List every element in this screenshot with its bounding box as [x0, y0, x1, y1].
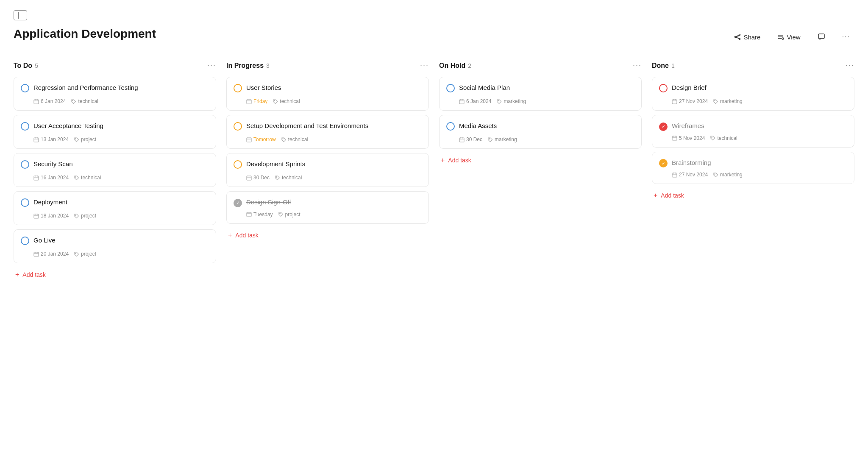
tag-icon: [713, 172, 718, 178]
task-title-t3: Security Scan: [33, 159, 73, 168]
column-onhold: On Hold 2 ··· Social Media Plan 6 Jan 20…: [439, 61, 642, 167]
column-menu-onhold[interactable]: ···: [633, 61, 642, 70]
status-circle-blue-icon: [21, 237, 29, 245]
card-t2[interactable]: User Acceptance Testing 13 Jan 2024 proj…: [14, 115, 216, 149]
task-tag-p4: project: [278, 212, 300, 217]
add-task-button-todo[interactable]: + Add task: [14, 267, 47, 282]
plus-icon: +: [654, 192, 657, 199]
svg-point-51: [276, 176, 277, 177]
card-p2[interactable]: Setup Development and Test Environments …: [226, 115, 429, 149]
card-p3[interactable]: Development Sprints 30 Dec technical: [226, 153, 429, 187]
svg-point-31: [75, 214, 76, 215]
task-title-t5: Go Live: [33, 236, 56, 245]
task-status-icon-p2: [234, 122, 242, 132]
task-tag-t2: project: [74, 136, 96, 142]
task-title-t4: Deployment: [33, 198, 67, 206]
task-status-icon-d2: ✓: [659, 122, 668, 131]
task-tag-d2: technical: [710, 135, 737, 141]
status-circle-orange-icon: [234, 84, 242, 92]
status-circle-orange-icon: [234, 122, 242, 131]
column-menu-todo[interactable]: ···: [207, 61, 216, 70]
more-options-button[interactable]: ···: [838, 31, 854, 43]
card-p4[interactable]: ✓ Design Sign-Off Tuesday project: [226, 191, 429, 224]
svg-point-16: [72, 100, 73, 101]
card-d3[interactable]: ✓ Brainstorming 27 Nov 2024 marketing: [652, 152, 854, 184]
share-button[interactable]: Share: [730, 31, 765, 43]
column-menu-inprogress[interactable]: ···: [420, 61, 429, 70]
tag-icon: [74, 251, 79, 257]
status-circle-blue-icon: [446, 122, 455, 131]
card-p1[interactable]: User Stories Friday technical: [226, 77, 429, 111]
comment-button[interactable]: [813, 31, 829, 43]
task-status-icon-d3: ✓: [659, 159, 668, 168]
card-t1[interactable]: Regression and Performance Testing 6 Jan…: [14, 77, 216, 111]
svg-rect-17: [34, 138, 39, 142]
task-status-icon-t1: [21, 84, 29, 94]
task-status-icon-h1: [446, 84, 455, 94]
plus-icon: +: [441, 156, 445, 164]
card-t5[interactable]: Go Live 20 Jan 2024 project: [14, 229, 216, 263]
tag-icon: [496, 99, 502, 104]
tag-icon: [281, 137, 287, 142]
svg-rect-67: [672, 100, 677, 104]
svg-point-21: [75, 138, 76, 139]
card-d1[interactable]: Design Brief 27 Nov 2024 marketing: [652, 77, 854, 111]
add-task-button-onhold[interactable]: + Add task: [439, 153, 473, 167]
task-tag-p3: technical: [275, 175, 302, 181]
column-menu-done[interactable]: ···: [846, 61, 854, 70]
add-task-label-done: Add task: [661, 192, 684, 199]
tag-icon: [74, 175, 79, 181]
svg-rect-72: [672, 136, 677, 140]
calendar-icon: [672, 135, 677, 141]
add-task-button-done[interactable]: + Add task: [652, 188, 686, 203]
svg-rect-37: [247, 100, 251, 104]
comment-icon: [818, 33, 825, 41]
view-button[interactable]: View: [773, 31, 804, 43]
add-task-button-inprogress[interactable]: + Add task: [226, 228, 260, 242]
card-h1[interactable]: Social Media Plan 6 Jan 2024 marketing: [439, 77, 642, 111]
tag-icon: [713, 99, 718, 104]
svg-rect-57: [459, 100, 464, 104]
column-count-done: 1: [671, 62, 675, 69]
calendar-icon: [246, 137, 252, 142]
status-circle-blue-icon: [21, 198, 29, 207]
svg-rect-52: [247, 212, 251, 217]
column-count-todo: 5: [35, 62, 38, 69]
task-date-t1: 6 Jan 2024: [33, 98, 66, 104]
card-h2[interactable]: Media Assets 30 Dec marketing: [439, 115, 642, 149]
tag-icon: [710, 135, 715, 141]
svg-point-66: [489, 138, 490, 139]
card-t4[interactable]: Deployment 18 Jan 2024 project: [14, 191, 216, 225]
task-date-t4: 18 Jan 2024: [33, 213, 69, 219]
task-date-d1: 27 Nov 2024: [672, 98, 708, 104]
status-circle-red-icon: [659, 84, 668, 92]
card-t3[interactable]: Security Scan 16 Jan 2024 technical: [14, 153, 216, 187]
svg-point-10: [782, 38, 784, 39]
task-tag-t5: project: [74, 251, 96, 257]
calendar-icon: [33, 99, 39, 104]
svg-point-26: [75, 176, 76, 177]
task-title-d1: Design Brief: [672, 83, 707, 92]
tag-icon: [487, 137, 493, 142]
task-title-h1: Social Media Plan: [459, 83, 510, 92]
add-task-label-todo: Add task: [22, 271, 45, 278]
status-circle-blue-icon: [446, 84, 455, 92]
task-tag-t3: technical: [74, 175, 101, 181]
svg-point-61: [498, 100, 499, 101]
status-circle-blue-icon: [21, 84, 29, 92]
task-title-t2: User Acceptance Testing: [33, 121, 103, 130]
task-date-t2: 13 Jan 2024: [33, 136, 69, 142]
sidebar-toggle-button[interactable]: [14, 10, 27, 20]
tag-icon: [74, 137, 79, 142]
column-count-inprogress: 3: [266, 62, 270, 69]
task-tag-h1: marketing: [496, 98, 526, 104]
task-status-icon-h2: [446, 122, 455, 132]
card-d2[interactable]: ✓ Wireframes 5 Nov 2024 technical: [652, 115, 854, 148]
task-tag-t1: technical: [71, 98, 98, 104]
task-title-p4: Design Sign-Off: [246, 198, 291, 206]
task-date-p4: Tuesday: [246, 212, 273, 217]
share-icon: [734, 33, 741, 40]
view-label: View: [787, 33, 800, 41]
calendar-icon: [33, 175, 39, 181]
task-date-p3: 30 Dec: [246, 175, 270, 181]
